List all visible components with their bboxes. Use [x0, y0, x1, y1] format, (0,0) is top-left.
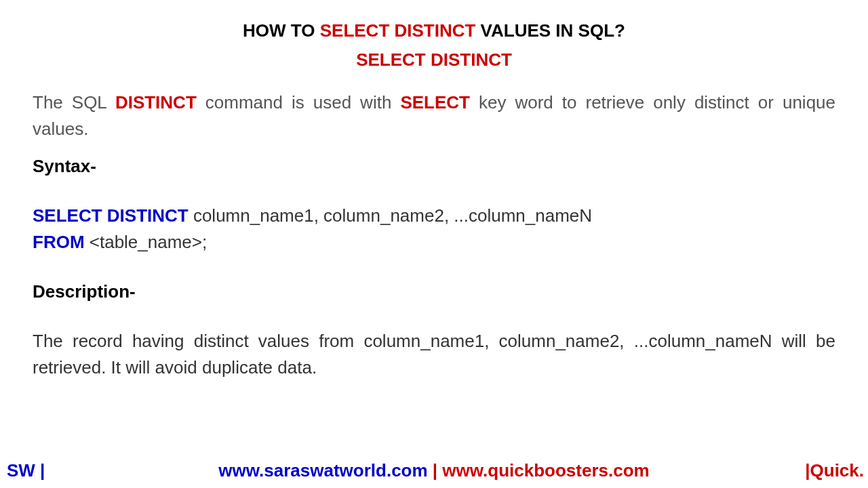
- footer-url-saraswatworld: www.saraswatworld.com: [218, 460, 427, 481]
- footer-url-quickboosters: www.quickboosters.com: [442, 460, 649, 481]
- syntax-line-1: SELECT DISTINCT column_name1, column_nam…: [33, 203, 835, 229]
- syntax-select-distinct-keyword: SELECT DISTINCT: [33, 205, 189, 226]
- title-highlight: SELECT DISTINCT: [320, 20, 476, 41]
- title-post: VALUES IN SQL?: [475, 20, 625, 41]
- syntax-table: <table_name>;: [85, 232, 208, 252]
- description-text: The record having distinct values from c…: [33, 328, 835, 381]
- intro-keyword-distinct: DISTINCT: [115, 92, 197, 113]
- intro-part1: The SQL: [33, 92, 115, 113]
- description-heading: Description-: [33, 281, 835, 302]
- title-pre: HOW TO: [243, 20, 320, 41]
- intro-part2: command is used with: [197, 92, 401, 113]
- footer-right-brand: |Quick.: [805, 460, 864, 481]
- page-title: HOW TO SELECT DISTINCT VALUES IN SQL?: [33, 20, 835, 41]
- footer-center: www.saraswatworld.com | www.quickbooster…: [218, 460, 649, 481]
- syntax-from-keyword: FROM: [33, 232, 85, 252]
- footer-left-brand: SW |: [7, 460, 45, 481]
- syntax-heading: Syntax-: [33, 156, 835, 177]
- syntax-columns: column_name1, column_name2, ...column_na…: [189, 205, 592, 226]
- syntax-block: SELECT DISTINCT column_name1, column_nam…: [33, 203, 835, 256]
- intro-keyword-select: SELECT: [400, 92, 470, 113]
- footer-separator: |: [428, 460, 443, 481]
- page-subtitle: SELECT DISTINCT: [33, 49, 835, 70]
- syntax-line-2: FROM <table_name>;: [33, 229, 835, 256]
- intro-text: The SQL DISTINCT command is used with SE…: [33, 89, 835, 142]
